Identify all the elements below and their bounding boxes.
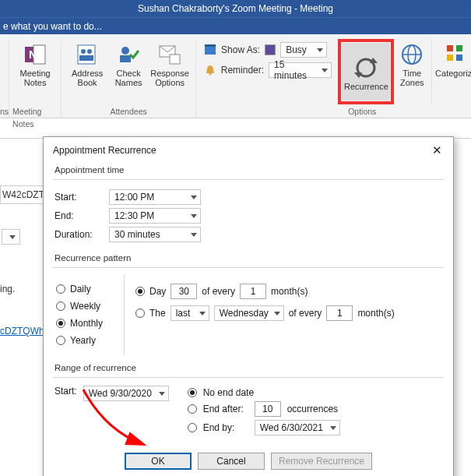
end-by-radio[interactable] [188,423,197,432]
ok-button[interactable]: OK [125,453,192,470]
check-names-icon [116,42,141,67]
pattern-the-radio[interactable] [135,309,145,318]
no-end-radio[interactable] [188,388,197,397]
show-as-icon [204,44,216,56]
response-options-icon [157,42,182,67]
svg-rect-10 [170,55,180,64]
svg-rect-22 [456,55,462,61]
busy-swatch [265,44,276,55]
range-start-label: Start: [54,386,77,397]
onenote-icon: N [23,42,47,67]
reminder-combo[interactable]: 15 minutes [269,62,332,78]
response-options-button[interactable]: Response Options [147,39,192,87]
svg-rect-8 [120,55,131,62]
address-book-icon [75,42,100,67]
time-zones-button[interactable]: Time Zones [394,39,430,87]
range-legend: Range of recurrence [54,363,444,372]
recurrence-dialog: Appointment Recurrence ✕ Appointment tim… [43,136,454,476]
svg-rect-11 [205,46,216,55]
end-time-label: End: [54,210,103,221]
svg-point-13 [209,73,212,76]
daily-radio[interactable] [56,284,65,294]
reminder-bell-icon [204,64,216,76]
end-by-combo[interactable]: Wed 6/30/2021 [255,420,340,435]
ordinal-combo[interactable]: last [170,305,209,321]
svg-rect-3 [78,45,95,64]
start-time-label: Start: [54,192,103,203]
svg-point-5 [87,49,92,54]
weekly-radio[interactable] [56,301,65,311]
cancel-button[interactable]: Cancel [198,453,265,470]
svg-point-4 [81,49,86,54]
dialog-close-button[interactable]: ✕ [429,143,445,157]
check-names-button[interactable]: Check Names [110,39,147,87]
appt-time-legend: Appointment time [54,165,444,175]
address-book-button[interactable]: Address Book [65,39,110,87]
categorize-icon [444,42,469,67]
svg-rect-21 [447,55,453,61]
pattern-legend: Recurrence pattern [54,253,444,263]
yearly-radio[interactable] [56,336,65,345]
text-fragment: ing. [0,284,15,294]
months-input-1[interactable]: 1 [240,284,266,299]
end-time-combo[interactable]: 12:30 PM [109,208,201,224]
remove-recurrence-button[interactable]: Remove Recurrence [271,453,372,470]
meeting-notes-button[interactable]: N Meeting Notes [12,39,58,87]
range-start-combo[interactable]: Wed 9/30/2020 [83,386,169,401]
weekday-combo[interactable]: Wednesday [214,305,284,321]
svg-rect-19 [447,45,453,51]
categorize-button[interactable]: Categorize [434,39,471,78]
dialog-title: Appointment Recurrence [53,145,156,156]
recurrence-highlight: Recurrence [338,39,394,104]
start-time-combo[interactable]: 12:00 PM [109,189,201,205]
svg-point-7 [121,47,129,55]
ribbon: ns N Meeting Notes Meeting Notes Address… [0,34,471,118]
day-number-input[interactable]: 30 [170,284,197,299]
show-as-label: Show As: [221,44,260,55]
window-titlebar: Sushan Chakraborty's Zoom Meeting - Meet… [0,0,471,17]
duration-combo[interactable]: 30 minutes [109,227,201,242]
globe-icon [399,42,424,67]
svg-rect-20 [456,45,462,51]
group-actions-label: ns [0,105,9,118]
svg-rect-6 [79,55,93,61]
end-after-radio[interactable] [188,404,197,414]
recurrence-button[interactable]: Recurrence [342,43,390,100]
group-meeting-notes-label: Meeting Notes [12,105,58,118]
svg-rect-12 [205,44,216,47]
duration-label: Duration: [54,229,103,240]
group-options-label: Options [223,105,471,118]
reminder-label: Reminder: [221,65,264,76]
show-as-combo[interactable]: Busy [280,42,327,58]
tell-me-search[interactable]: e what you want to do... [0,17,471,34]
group-attendees-label: Attendees [110,105,146,118]
months-input-2[interactable]: 1 [326,305,353,321]
recurrence-icon [353,55,378,80]
end-after-input[interactable]: 10 [255,401,281,417]
small-combo[interactable] [2,229,20,245]
monthly-radio[interactable] [56,319,65,328]
link-fragment[interactable]: cDZTQWh [0,326,44,337]
svg-text:N: N [29,48,37,61]
pattern-day-radio[interactable] [135,287,145,296]
